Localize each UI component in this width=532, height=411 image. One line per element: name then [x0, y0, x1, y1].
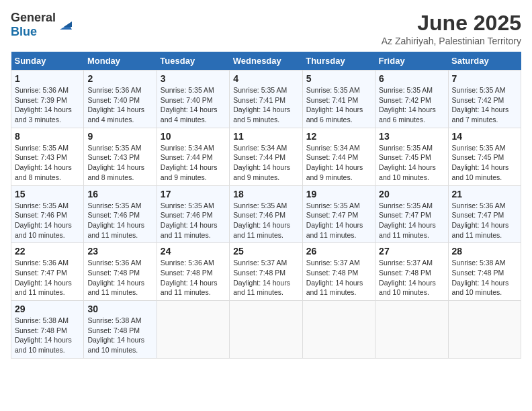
day-cell-2: 2 Sunrise: 5:36 AMSunset: 7:40 PMDayligh… [84, 71, 157, 128]
day-number: 23 [87, 246, 152, 257]
day-number: 1 [15, 73, 80, 84]
logo: General Blue [11, 11, 72, 39]
day-cell-20: 20 Sunrise: 5:35 AMSunset: 7:47 PMDaylig… [375, 185, 448, 243]
day-cell-10: 10 Sunrise: 5:34 AMSunset: 7:44 PMDaylig… [157, 128, 229, 185]
empty-cell [302, 301, 375, 359]
day-cell-18: 18 Sunrise: 5:35 AMSunset: 7:46 PMDaylig… [230, 185, 302, 243]
day-number: 22 [15, 246, 80, 257]
day-info: Sunrise: 5:35 AMSunset: 7:41 PMDaylight:… [233, 86, 290, 124]
header-friday: Friday [375, 52, 448, 71]
weekday-header-row: Sunday Monday Tuesday Wednesday Thursday… [11, 52, 521, 71]
day-info: Sunrise: 5:37 AMSunset: 7:48 PMDaylight:… [233, 259, 290, 296]
day-number: 30 [87, 304, 152, 314]
day-number: 15 [15, 189, 80, 199]
day-info: Sunrise: 5:38 AMSunset: 7:48 PMDaylight:… [87, 316, 144, 354]
logo-blue: Blue [11, 25, 37, 38]
day-number: 10 [161, 131, 226, 142]
header-monday: Monday [84, 52, 157, 71]
month-title: June 2025 [382, 11, 521, 36]
day-info: Sunrise: 5:35 AMSunset: 7:46 PMDaylight:… [87, 201, 144, 239]
day-cell-19: 19 Sunrise: 5:35 AMSunset: 7:47 PMDaylig… [302, 185, 375, 243]
day-cell-24: 24 Sunrise: 5:36 AMSunset: 7:48 PMDaylig… [157, 243, 229, 301]
day-number: 20 [379, 189, 444, 199]
day-info: Sunrise: 5:36 AMSunset: 7:40 PMDaylight:… [87, 86, 144, 124]
day-info: Sunrise: 5:35 AMSunset: 7:40 PMDaylight:… [161, 86, 218, 124]
day-info: Sunrise: 5:35 AMSunset: 7:46 PMDaylight:… [161, 201, 218, 239]
day-info: Sunrise: 5:35 AMSunset: 7:42 PMDaylight:… [379, 86, 436, 124]
day-info: Sunrise: 5:35 AMSunset: 7:46 PMDaylight:… [15, 201, 72, 239]
page-header: General Blue June 2025 Az Zahiriyah, Pal… [11, 11, 521, 46]
day-cell-8: 8 Sunrise: 5:35 AMSunset: 7:43 PMDayligh… [11, 128, 84, 185]
header-sunday: Sunday [11, 52, 84, 71]
day-cell-25: 25 Sunrise: 5:37 AMSunset: 7:48 PMDaylig… [230, 243, 302, 301]
day-number: 9 [87, 131, 152, 142]
location-title: Az Zahiriyah, Palestinian Territory [382, 36, 521, 46]
day-cell-23: 23 Sunrise: 5:36 AMSunset: 7:48 PMDaylig… [84, 243, 157, 301]
header-saturday: Saturday [448, 52, 521, 71]
day-info: Sunrise: 5:35 AMSunset: 7:41 PMDaylight:… [306, 86, 363, 124]
day-number: 5 [306, 73, 371, 84]
day-info: Sunrise: 5:36 AMSunset: 7:47 PMDaylight:… [452, 201, 509, 239]
day-number: 3 [161, 73, 226, 84]
title-block: June 2025 Az Zahiriyah, Palestinian Terr… [382, 11, 521, 46]
calendar-week-5: 29 Sunrise: 5:38 AMSunset: 7:48 PMDaylig… [11, 301, 521, 359]
day-info: Sunrise: 5:34 AMSunset: 7:44 PMDaylight:… [233, 144, 290, 181]
day-number: 27 [379, 246, 444, 257]
day-cell-22: 22 Sunrise: 5:36 AMSunset: 7:47 PMDaylig… [11, 243, 84, 301]
day-cell-3: 3 Sunrise: 5:35 AMSunset: 7:40 PMDayligh… [157, 71, 229, 128]
day-number: 13 [379, 131, 444, 142]
day-number: 12 [306, 131, 371, 142]
day-info: Sunrise: 5:37 AMSunset: 7:48 PMDaylight:… [306, 259, 363, 296]
day-number: 7 [452, 73, 517, 84]
day-info: Sunrise: 5:38 AMSunset: 7:48 PMDaylight:… [15, 316, 72, 354]
day-cell-17: 17 Sunrise: 5:35 AMSunset: 7:46 PMDaylig… [157, 185, 229, 243]
day-number: 29 [15, 304, 80, 314]
day-number: 19 [306, 189, 371, 199]
day-cell-21: 21 Sunrise: 5:36 AMSunset: 7:47 PMDaylig… [448, 185, 521, 243]
day-info: Sunrise: 5:35 AMSunset: 7:43 PMDaylight:… [87, 144, 144, 181]
header-thursday: Thursday [302, 52, 375, 71]
day-cell-4: 4 Sunrise: 5:35 AMSunset: 7:41 PMDayligh… [230, 71, 302, 128]
calendar-week-1: 1 Sunrise: 5:36 AMSunset: 7:39 PMDayligh… [11, 71, 521, 128]
day-cell-13: 13 Sunrise: 5:35 AMSunset: 7:45 PMDaylig… [375, 128, 448, 185]
empty-cell [157, 301, 229, 359]
day-number: 8 [15, 131, 80, 142]
day-number: 16 [87, 189, 152, 199]
day-info: Sunrise: 5:34 AMSunset: 7:44 PMDaylight:… [306, 144, 363, 181]
day-info: Sunrise: 5:35 AMSunset: 7:46 PMDaylight:… [233, 201, 290, 239]
day-cell-16: 16 Sunrise: 5:35 AMSunset: 7:46 PMDaylig… [84, 185, 157, 243]
day-cell-9: 9 Sunrise: 5:35 AMSunset: 7:43 PMDayligh… [84, 128, 157, 185]
header-wednesday: Wednesday [230, 52, 302, 71]
day-info: Sunrise: 5:35 AMSunset: 7:45 PMDaylight:… [452, 144, 509, 181]
day-cell-12: 12 Sunrise: 5:34 AMSunset: 7:44 PMDaylig… [302, 128, 375, 185]
logo-general: General [11, 11, 56, 24]
day-info: Sunrise: 5:35 AMSunset: 7:45 PMDaylight:… [379, 144, 436, 181]
day-cell-27: 27 Sunrise: 5:37 AMSunset: 7:48 PMDaylig… [375, 243, 448, 301]
calendar-week-3: 15 Sunrise: 5:35 AMSunset: 7:46 PMDaylig… [11, 185, 521, 243]
calendar-week-4: 22 Sunrise: 5:36 AMSunset: 7:47 PMDaylig… [11, 243, 521, 301]
empty-cell [448, 301, 521, 359]
calendar-week-2: 8 Sunrise: 5:35 AMSunset: 7:43 PMDayligh… [11, 128, 521, 185]
day-number: 14 [452, 131, 517, 142]
day-cell-30: 30 Sunrise: 5:38 AMSunset: 7:48 PMDaylig… [84, 301, 157, 359]
day-number: 17 [161, 189, 226, 199]
day-cell-1: 1 Sunrise: 5:36 AMSunset: 7:39 PMDayligh… [11, 71, 84, 128]
empty-cell [375, 301, 448, 359]
day-cell-14: 14 Sunrise: 5:35 AMSunset: 7:45 PMDaylig… [448, 128, 521, 185]
day-info: Sunrise: 5:35 AMSunset: 7:42 PMDaylight:… [452, 86, 509, 124]
day-number: 18 [233, 189, 298, 199]
day-info: Sunrise: 5:36 AMSunset: 7:47 PMDaylight:… [15, 259, 72, 296]
empty-cell [230, 301, 302, 359]
day-cell-7: 7 Sunrise: 5:35 AMSunset: 7:42 PMDayligh… [448, 71, 521, 128]
day-info: Sunrise: 5:38 AMSunset: 7:48 PMDaylight:… [452, 259, 509, 296]
day-number: 2 [87, 73, 152, 84]
day-info: Sunrise: 5:36 AMSunset: 7:48 PMDaylight:… [161, 259, 218, 296]
day-cell-26: 26 Sunrise: 5:37 AMSunset: 7:48 PMDaylig… [302, 243, 375, 301]
day-info: Sunrise: 5:34 AMSunset: 7:44 PMDaylight:… [161, 144, 218, 181]
svg-marker-1 [64, 21, 72, 27]
day-number: 24 [161, 246, 226, 257]
day-number: 6 [379, 73, 444, 84]
logo-icon [57, 17, 72, 32]
day-info: Sunrise: 5:35 AMSunset: 7:47 PMDaylight:… [306, 201, 363, 239]
day-info: Sunrise: 5:35 AMSunset: 7:43 PMDaylight:… [15, 144, 72, 181]
